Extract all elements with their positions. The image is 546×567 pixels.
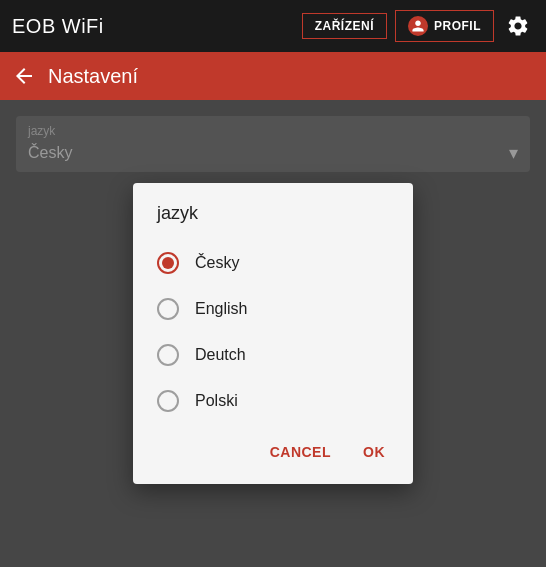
dialog-overlay: jazyk Česky English Deutch bbox=[0, 100, 546, 567]
radio-label-polski: Polski bbox=[195, 392, 238, 410]
app-title: EOB WiFi bbox=[12, 15, 104, 38]
radio-inner-cesky bbox=[162, 257, 174, 269]
radio-label-deutch: Deutch bbox=[195, 346, 246, 364]
ok-button[interactable]: OK bbox=[351, 436, 397, 468]
radio-label-english: English bbox=[195, 300, 247, 318]
back-arrow-icon bbox=[12, 64, 36, 88]
dialog-actions: CANCEL OK bbox=[133, 428, 413, 484]
settings-button[interactable] bbox=[502, 10, 534, 42]
back-button[interactable] bbox=[12, 64, 36, 88]
gear-icon bbox=[506, 14, 530, 38]
topbar-actions: ZAŘÍZENÍ PROFIL bbox=[302, 10, 534, 42]
language-dialog: jazyk Česky English Deutch bbox=[133, 183, 413, 484]
cancel-button[interactable]: CANCEL bbox=[258, 436, 343, 468]
radio-outer-deutch bbox=[157, 344, 179, 366]
radio-item-polski[interactable]: Polski bbox=[141, 378, 405, 424]
devices-button[interactable]: ZAŘÍZENÍ bbox=[302, 13, 387, 39]
page-title: Nastavení bbox=[48, 65, 138, 88]
subbar: Nastavení bbox=[0, 52, 546, 100]
topbar: EOB WiFi ZAŘÍZENÍ PROFIL bbox=[0, 0, 546, 52]
radio-label-cesky: Česky bbox=[195, 254, 239, 272]
dialog-title: jazyk bbox=[133, 203, 413, 240]
radio-item-english[interactable]: English bbox=[141, 286, 405, 332]
radio-item-deutch[interactable]: Deutch bbox=[141, 332, 405, 378]
main-content: jazyk Česky ▾ jazyk Česky English bbox=[0, 100, 546, 567]
radio-group: Česky English Deutch Polski bbox=[133, 240, 413, 424]
profile-icon bbox=[408, 16, 428, 36]
profile-button[interactable]: PROFIL bbox=[395, 10, 494, 42]
radio-outer-english bbox=[157, 298, 179, 320]
radio-outer-cesky bbox=[157, 252, 179, 274]
profile-label: PROFIL bbox=[434, 19, 481, 33]
radio-outer-polski bbox=[157, 390, 179, 412]
radio-item-cesky[interactable]: Česky bbox=[141, 240, 405, 286]
